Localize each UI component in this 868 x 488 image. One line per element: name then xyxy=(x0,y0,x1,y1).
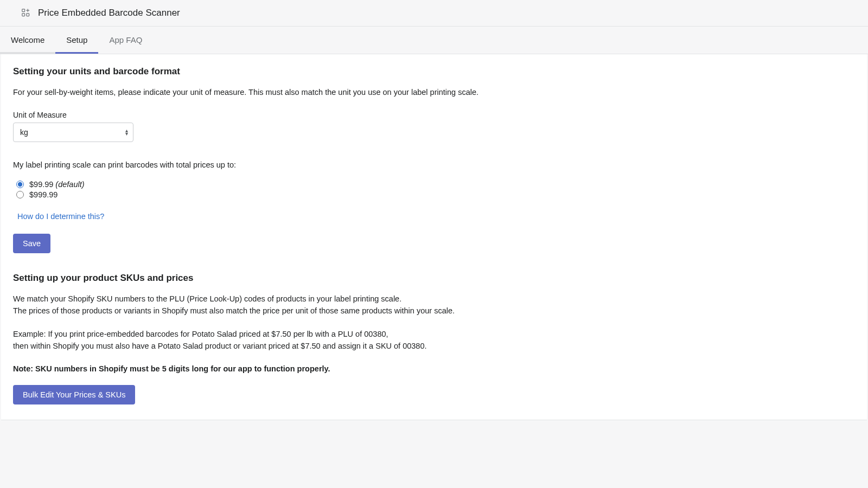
svg-rect-2 xyxy=(27,14,29,16)
price-cap-radio-9999[interactable] xyxy=(16,181,24,188)
section2-note: Note: SKU numbers in Shopify must be 5 d… xyxy=(13,364,855,373)
price-cap-label-99999: $999.99 xyxy=(29,190,58,199)
price-cap-option-99999[interactable]: $999.99 xyxy=(16,190,855,199)
tabs: Welcome Setup App FAQ xyxy=(0,27,868,54)
tab-setup[interactable]: Setup xyxy=(55,27,98,54)
app-title: Price Embedded Barcode Scanner xyxy=(38,8,180,18)
section2-para1-line2: The prices of those products or variants… xyxy=(13,305,855,317)
app-header: Price Embedded Barcode Scanner xyxy=(0,0,868,27)
unit-of-measure-label: Unit of Measure xyxy=(13,111,855,119)
section2-para2: Example: If you print price-embedded bar… xyxy=(13,329,855,352)
section2: Setting up your product SKUs and prices … xyxy=(13,273,855,404)
unit-of-measure-select[interactable]: kg xyxy=(13,123,133,142)
determine-help-link[interactable]: How do I determine this? xyxy=(17,212,104,221)
section2-heading: Setting up your product SKUs and prices xyxy=(13,273,855,284)
price-cap-option-9999[interactable]: $99.99 (default) xyxy=(16,180,855,189)
section2-para2-line2: then within Shopify you must also have a… xyxy=(13,341,855,352)
svg-rect-1 xyxy=(22,14,25,16)
price-cap-suffix-9999: (default) xyxy=(55,180,84,189)
app-icon xyxy=(21,8,31,18)
price-cap-radio-group: $99.99 (default) $999.99 xyxy=(16,180,855,199)
price-cap-question: My label printing scale can print barcod… xyxy=(13,160,855,169)
section1-heading: Setting your units and barcode format xyxy=(13,66,855,77)
tab-faq[interactable]: App FAQ xyxy=(98,27,153,54)
section1-desc: For your sell-by-weight items, please in… xyxy=(13,87,855,99)
section2-para2-line1: Example: If you print price-embedded bar… xyxy=(13,329,855,341)
tab-welcome[interactable]: Welcome xyxy=(0,27,55,54)
price-cap-radio-99999[interactable] xyxy=(16,191,24,198)
bulk-edit-button[interactable]: Bulk Edit Your Prices & SKUs xyxy=(13,385,135,404)
price-cap-label-9999: $99.99 xyxy=(29,180,53,189)
svg-rect-0 xyxy=(22,9,25,12)
unit-select-wrapper: kg ▴▾ xyxy=(13,123,133,142)
save-button[interactable]: Save xyxy=(13,234,50,253)
section2-para1: We match your Shopify SKU numbers to the… xyxy=(13,293,855,317)
content: Setting your units and barcode format Fo… xyxy=(1,54,867,420)
section2-para1-line1: We match your Shopify SKU numbers to the… xyxy=(13,293,855,305)
